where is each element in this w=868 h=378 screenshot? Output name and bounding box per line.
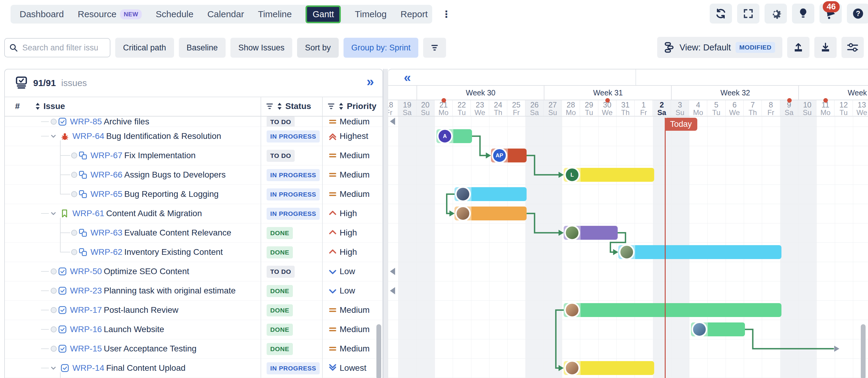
group-by-button[interactable]: Group by: Sprint (343, 38, 418, 58)
sort-priority-icon[interactable] (338, 103, 344, 110)
gantt-bar-wrp-17[interactable] (564, 303, 781, 317)
tree-line (41, 329, 49, 330)
table-row[interactable]: WRP-14Final Content UploadIN PROGRESSLow… (5, 358, 382, 378)
panel-divider[interactable] (383, 69, 388, 378)
gantt-row-line (388, 339, 868, 339)
day-name: Tu (835, 109, 852, 116)
leaf-progress-circle (51, 307, 57, 313)
collapse-panel-chevrons[interactable]: « (404, 71, 411, 84)
status-badge: DONE (267, 246, 293, 258)
search-box[interactable] (4, 38, 111, 57)
issue-key-link[interactable]: WRP-16 (70, 325, 102, 334)
export-button[interactable] (814, 37, 837, 58)
toolbar-button-sort-by[interactable]: Sort by (297, 38, 339, 58)
issue-count: 91/91 (33, 78, 56, 88)
expand-panel-chevrons[interactable]: » (367, 75, 374, 88)
filter-button[interactable] (423, 38, 446, 58)
tab-gantt[interactable]: Gantt (306, 5, 341, 23)
view-selector-button[interactable]: View: Default MODIFIED (657, 37, 782, 58)
toolbar-button-show-issues[interactable]: Show Issues (230, 38, 292, 58)
issue-key-link[interactable]: WRP-14 (72, 363, 104, 373)
issue-key-link[interactable]: WRP-50 (70, 267, 102, 276)
priority-label: Low (340, 267, 355, 276)
priority-label: Medium (340, 305, 370, 315)
issue-key-link[interactable]: WRP-15 (70, 344, 102, 353)
search-input[interactable] (22, 43, 98, 53)
day-header-cell: 29Tu (580, 100, 598, 116)
settings-gear-button[interactable] (765, 4, 787, 24)
tab-dashboard[interactable]: Dashboard (20, 9, 64, 19)
gantt-app: DashboardResourceNEWScheduleCalendarTime… (0, 0, 868, 378)
table-row[interactable]: WRP-62Inventory Existing ContentDONEHigh (5, 242, 382, 262)
issue-key-link[interactable]: WRP-63 (91, 228, 122, 238)
week-header-cell: Week 31 (544, 86, 672, 99)
offscreen-left-marker[interactable] (390, 287, 395, 294)
kebab-menu-icon[interactable]: ⋮ (441, 8, 451, 20)
issue-key-link[interactable]: WRP-64 (72, 131, 104, 141)
offscreen-left-marker[interactable] (390, 118, 395, 125)
issue-key-link[interactable]: WRP-23 (70, 286, 102, 296)
issue-key-link[interactable]: WRP-66 (91, 170, 122, 180)
issue-key-link[interactable]: WRP-85 (70, 117, 102, 126)
table-row[interactable]: WRP-63Evaluate Content RelevanceDONEHigh (5, 223, 382, 243)
filter-priority-icon[interactable] (328, 103, 335, 110)
import-button[interactable] (787, 37, 809, 58)
gantt-row-line (388, 358, 868, 359)
link-arrowhead-icon (613, 249, 618, 255)
sort-status-icon[interactable] (276, 103, 283, 110)
tab-label: Dashboard (20, 9, 64, 19)
issue-key-link[interactable]: WRP-65 (91, 189, 122, 199)
table-row[interactable]: WRP-23Planning task with original estima… (5, 281, 382, 301)
table-row[interactable]: WRP-17Post-launch ReviewDONEMedium (5, 300, 382, 320)
tab-calendar[interactable]: Calendar (207, 9, 244, 19)
priority-label: Medium (340, 151, 370, 160)
tab-timelog[interactable]: Timelog (355, 9, 386, 19)
status-badge: IN PROGRESS (267, 130, 320, 143)
help-button[interactable]: ? (847, 4, 868, 24)
assignee-avatar (564, 225, 580, 241)
tab-timeline[interactable]: Timeline (258, 9, 292, 19)
gantt-bar-wrp-62[interactable] (618, 245, 781, 259)
expand-chevron-icon[interactable] (50, 210, 57, 217)
issue-key-link[interactable]: WRP-61 (72, 209, 104, 218)
display-settings-button[interactable] (841, 37, 864, 58)
table-row[interactable]: WRP-65Bug Reporting & LoggingIN PROGRESS… (5, 184, 382, 204)
table-row[interactable]: WRP-85Archive filesTO DOMedium (5, 117, 382, 127)
offscreen-left-marker[interactable] (390, 268, 395, 275)
gantt-vertical-scrollbar[interactable] (861, 324, 866, 378)
issue-key-link[interactable]: WRP-62 (91, 247, 122, 257)
table-row[interactable]: WRP-15User Acceptance TestingDONEMedium (5, 339, 382, 359)
toolbar-button-critical-path[interactable]: Critical path (115, 38, 174, 58)
day-header-cell: 19Sa (398, 100, 416, 116)
table-row[interactable]: WRP-61Content Audit & MigrationIN PROGRE… (5, 204, 382, 224)
table-row[interactable]: WRP-16Launch WebsiteDONEMedium (5, 320, 382, 339)
column-header-priority[interactable]: Priority (347, 101, 376, 111)
status-badge: DONE (267, 227, 293, 239)
column-header-status[interactable]: Status (285, 101, 311, 111)
table-row[interactable]: WRP-67Fix ImplementationTO DOMedium (5, 146, 382, 166)
tab-resource[interactable]: ResourceNEW (78, 9, 142, 19)
issue-key-link[interactable]: WRP-67 (91, 151, 122, 160)
lightbulb-button[interactable] (792, 4, 814, 24)
day-number: 9 (780, 101, 798, 109)
toolbar-button-baseline[interactable]: Baseline (179, 38, 226, 58)
sort-issue-icon[interactable] (34, 103, 41, 110)
fullscreen-button[interactable] (737, 4, 760, 24)
tab-schedule[interactable]: Schedule (156, 9, 193, 19)
table-row[interactable]: WRP-64Bug Identification & ResolutionIN … (5, 126, 382, 146)
table-vertical-scrollbar[interactable] (376, 324, 381, 378)
day-number: 20 (416, 101, 434, 109)
expand-chevron-icon[interactable] (50, 365, 57, 371)
sync-button[interactable] (710, 4, 732, 24)
tab-report[interactable]: Report (401, 9, 428, 19)
tree-line (60, 242, 61, 252)
table-row[interactable]: WRP-66Assign Bugs to DevelopersIN PROGRE… (5, 165, 382, 185)
table-row[interactable]: WRP-50Optimize SEO ContentTO DOLow (5, 262, 382, 281)
day-number: 22 (453, 101, 470, 109)
day-name: Sa (398, 109, 416, 116)
column-header-number[interactable]: # (15, 101, 20, 111)
column-header-issue[interactable]: Issue (43, 101, 65, 111)
expand-chevron-icon[interactable] (50, 133, 57, 140)
filter-status-icon[interactable] (266, 103, 273, 110)
issue-key-link[interactable]: WRP-17 (70, 305, 102, 315)
